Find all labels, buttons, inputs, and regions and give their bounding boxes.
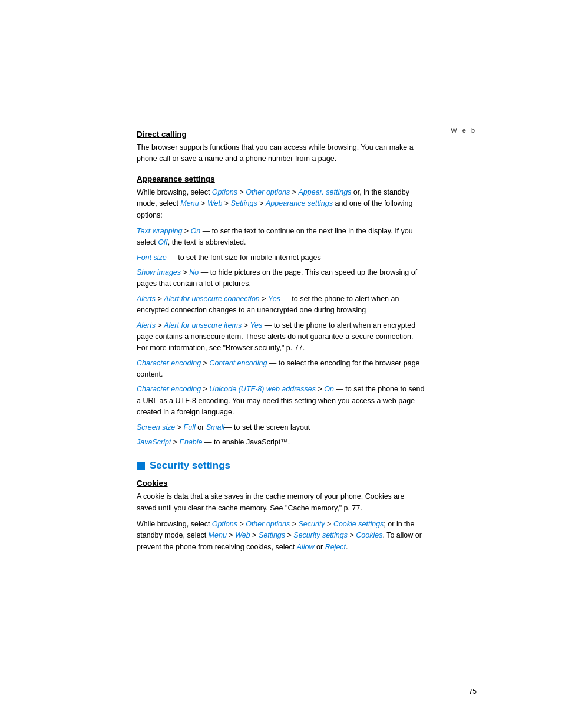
small-link: Small: [206, 423, 224, 431]
javascript-link: JavaScript: [137, 438, 171, 446]
cookies-subsection: Cookies A cookie is data that a site sav…: [137, 479, 425, 553]
appearance-settings-intro: While browsing, select Options > Other o…: [137, 187, 425, 221]
character-encoding-link-2: Character encoding: [137, 385, 201, 393]
screen-size-link: Screen size: [137, 423, 175, 431]
content-encoding-link: Content encoding: [209, 359, 267, 367]
page: W e b Direct calling The browser support…: [0, 0, 562, 728]
on-link-1: On: [191, 227, 201, 235]
direct-calling-heading: Direct calling: [137, 130, 425, 139]
cookies-link: Cookies: [356, 531, 382, 539]
cookie-settings-link: Cookie settings: [333, 520, 384, 528]
off-link: Off: [158, 238, 168, 246]
reject-link: Reject: [325, 543, 346, 551]
character-encoding-link-1: Character encoding: [137, 359, 201, 367]
bullet-text-wrapping: Text wrapping > On — to set the text to …: [137, 226, 425, 249]
settings-link-2: Settings: [259, 531, 285, 539]
bullet-char-encoding-content: Character encoding > Content encoding — …: [137, 358, 425, 381]
unicode-utf8-link: Unicode (UTF-8) web addresses: [209, 385, 316, 393]
menu-link-2: Menu: [209, 531, 227, 539]
security-settings-link: Security settings: [293, 531, 348, 539]
other-options-link: Other options: [246, 188, 290, 196]
security-settings-section: Security settings Cookies A cookie is da…: [137, 460, 425, 553]
web-link-2: Web: [235, 531, 250, 539]
security-link: Security: [298, 520, 325, 528]
content-area: Direct calling The browser supports func…: [137, 0, 425, 610]
options-link-2: Options: [212, 520, 237, 528]
security-settings-heading: Security settings: [150, 460, 230, 472]
appear-settings-link: Appear. settings: [298, 188, 351, 196]
cookies-body-2: While browsing, select Options > Other o…: [137, 519, 425, 553]
cookies-heading: Cookies: [137, 479, 425, 487]
page-number: 75: [469, 687, 477, 696]
web-link: Web: [207, 199, 222, 207]
settings-link: Settings: [231, 199, 257, 207]
security-heading-row: Security settings: [137, 460, 425, 472]
yes-link-1: Yes: [268, 295, 280, 303]
page-label: W e b: [451, 127, 477, 134]
alert-unsecure-connection-link: Alert for unsecure connection: [164, 295, 260, 303]
bullet-font-size: Font size — to set the font size for mob…: [137, 252, 425, 263]
on-link-2: On: [324, 385, 334, 393]
allow-link: Allow: [297, 543, 315, 551]
alert-unsecure-items-link: Alert for unsecure items: [164, 321, 242, 330]
text-wrapping-link: Text wrapping: [137, 227, 182, 235]
bullet-javascript: JavaScript > Enable — to enable JavaScri…: [137, 437, 425, 448]
yes-link-2: Yes: [250, 321, 262, 330]
menu-link: Menu: [180, 199, 199, 207]
bullet-screen-size: Screen size > Full or Small— to set the …: [137, 422, 425, 433]
show-images-link: Show images: [137, 268, 181, 276]
alerts-link-2: Alerts: [137, 321, 156, 330]
full-link: Full: [184, 423, 196, 431]
other-options-link-2: Other options: [246, 520, 290, 528]
bullet-char-encoding-utf8: Character encoding > Unicode (UTF-8) web…: [137, 384, 425, 418]
enable-link: Enable: [180, 438, 203, 446]
appearance-settings-heading: Appearance settings: [137, 174, 425, 183]
appearance-settings-section: Appearance settings While browsing, sele…: [137, 174, 425, 449]
bullet-alerts-connection: Alerts > Alert for unsecure connection >…: [137, 294, 425, 317]
direct-calling-body: The browser supports functions that you …: [137, 142, 425, 165]
alerts-link-1: Alerts: [137, 295, 156, 303]
font-size-link: Font size: [137, 253, 167, 262]
no-link: No: [189, 268, 199, 276]
bullet-alerts-items: Alerts > Alert for unsecure items > Yes …: [137, 320, 425, 354]
cookies-body-1: A cookie is data that a site saves in th…: [137, 491, 425, 514]
options-link: Options: [212, 188, 237, 196]
security-square-icon: [137, 462, 145, 470]
direct-calling-section: Direct calling The browser supports func…: [137, 130, 425, 165]
bullet-show-images: Show images > No — to hide pictures on t…: [137, 267, 425, 290]
appearance-settings-link2: Appearance settings: [266, 199, 333, 207]
